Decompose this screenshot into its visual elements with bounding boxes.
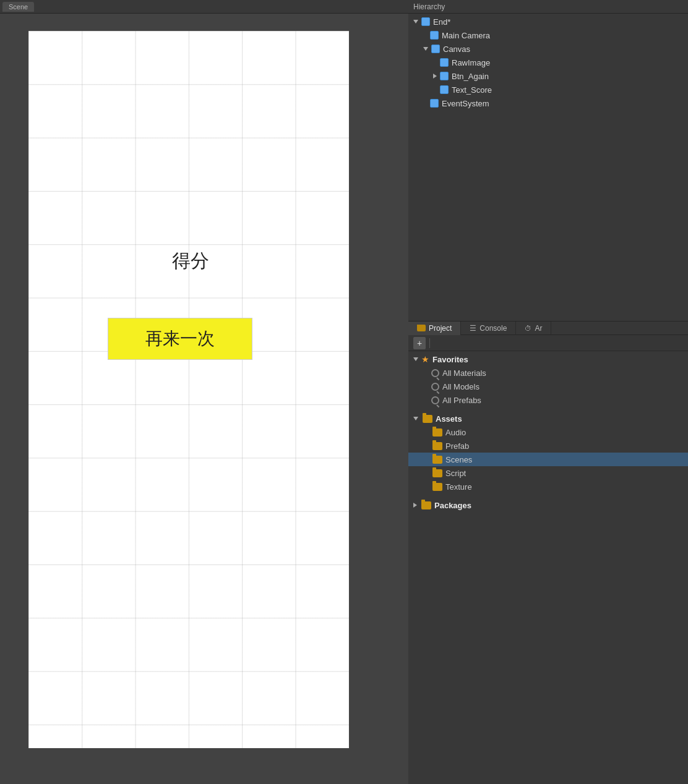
project-item-texture[interactable]: Texture xyxy=(408,480,688,493)
hierarchy-item-label: RawImage xyxy=(452,58,490,67)
hierarchy-item-end-scene[interactable]: End* xyxy=(408,15,688,28)
project-item-assets[interactable]: Assets xyxy=(408,412,688,425)
tree-item-label: Prefab xyxy=(445,441,469,451)
hierarchy-item-label: Canvas xyxy=(443,45,470,54)
tree-item-label: Favorites xyxy=(432,355,468,364)
hierarchy-item-text-score[interactable]: Text_Score xyxy=(408,83,688,96)
project-item-all-prefabs[interactable]: All Prefabs xyxy=(408,393,688,407)
folder-icon xyxy=(432,456,442,464)
game-canvas: 得分 再来一次 xyxy=(28,31,349,748)
project-item-favorites[interactable]: ★Favorites xyxy=(408,352,688,366)
expand-arrow[interactable] xyxy=(413,20,418,23)
folder-icon xyxy=(421,501,431,509)
scene-tab[interactable]: Scene xyxy=(2,2,34,12)
project-item-scenes[interactable]: Scenes xyxy=(408,453,688,466)
tree-arrow[interactable] xyxy=(413,357,418,361)
star-icon: ★ xyxy=(421,354,429,364)
project-item-prefab[interactable]: Prefab xyxy=(408,439,688,453)
search-icon xyxy=(431,369,439,377)
add-asset-button[interactable]: + xyxy=(413,337,426,349)
expand-arrow[interactable] xyxy=(423,47,428,51)
divider xyxy=(429,338,430,348)
folder-icon xyxy=(432,469,442,477)
play-again-button[interactable]: 再来一次 xyxy=(108,318,252,360)
tree-item-label: All Materials xyxy=(442,369,486,378)
tree-item-label: All Prefabs xyxy=(442,396,481,405)
hierarchy-item-canvas[interactable]: Canvas xyxy=(408,42,688,56)
hierarchy-item-btn-again[interactable]: Btn_Again xyxy=(408,69,688,83)
hierarchy-item-label: Text_Score xyxy=(452,85,492,95)
project-action-bar: + xyxy=(408,335,688,351)
tab-label: Console xyxy=(479,324,507,333)
project-tab-project[interactable]: Project xyxy=(408,322,461,335)
search-icon xyxy=(431,396,439,404)
tree-item-label: Packages xyxy=(434,501,471,510)
tree-item-label: Script xyxy=(445,469,466,478)
hierarchy-content: End*Main CameraCanvasRawImageBtn_AgainTe… xyxy=(408,14,688,110)
hierarchy-tab-bar: Hierarchy xyxy=(408,0,688,14)
project-item-all-materials[interactable]: All Materials xyxy=(408,366,688,380)
tree-arrow[interactable] xyxy=(413,417,418,420)
project-tab-console[interactable]: ☰Console xyxy=(461,322,516,335)
tab-label: Project xyxy=(429,324,452,333)
hierarchy-item-rawimage[interactable]: RawImage xyxy=(408,56,688,69)
hierarchy-item-label: EventSystem xyxy=(442,99,489,108)
hierarchy-item-label: Btn_Again xyxy=(452,72,489,81)
tree-item-label: Assets xyxy=(436,414,462,424)
hierarchy-item-label: Main Camera xyxy=(442,31,490,40)
tree-spacer xyxy=(408,407,688,412)
project-item-all-models[interactable]: All Models xyxy=(408,380,688,393)
search-icon xyxy=(431,383,439,391)
hierarchy-tab-label: Hierarchy xyxy=(413,2,445,11)
scene-tab-bar: Scene xyxy=(0,0,408,14)
cube-icon xyxy=(440,72,449,80)
folder-tab-icon xyxy=(417,325,426,331)
scene-area: Scene 得分 再来一次 xyxy=(0,0,408,784)
tree-arrow[interactable] xyxy=(413,503,417,508)
project-body: ★FavoritesAll MaterialsAll ModelsAll Pre… xyxy=(408,351,688,784)
tree-item-label: Texture xyxy=(445,482,472,492)
folder-icon xyxy=(432,442,442,450)
expand-arrow[interactable] xyxy=(433,74,437,79)
project-tab-animator[interactable]: ⏱Ar xyxy=(516,322,551,335)
tree-item-label: All Models xyxy=(442,382,479,391)
scene-inner: 得分 再来一次 xyxy=(0,14,408,784)
hierarchy-item-eventsystem[interactable]: EventSystem xyxy=(408,96,688,110)
project-tab-bar: Project☰Console⏱Ar xyxy=(408,322,688,335)
hierarchy-item-label: End* xyxy=(433,17,450,27)
cube-icon xyxy=(440,85,449,94)
cube-icon xyxy=(421,17,430,26)
folder-icon xyxy=(432,428,442,437)
cube-icon xyxy=(430,99,439,108)
project-item-audio[interactable]: Audio xyxy=(408,425,688,439)
tree-spacer xyxy=(408,493,688,498)
project-item-packages[interactable]: Packages xyxy=(408,498,688,512)
cube-icon xyxy=(440,58,449,67)
tree-item-label: Audio xyxy=(445,428,466,437)
tree-item-label: Scenes xyxy=(445,455,472,464)
cube-icon xyxy=(430,31,439,40)
clock-icon: ⏱ xyxy=(525,325,531,332)
cube-icon xyxy=(431,45,440,53)
tab-label: Ar xyxy=(535,324,542,333)
project-area: Project☰Console⏱Ar + ★FavoritesAll Mater… xyxy=(408,322,688,784)
score-label: 得分 xyxy=(172,249,209,274)
hierarchy-item-main-camera[interactable]: Main Camera xyxy=(408,28,688,42)
project-item-script[interactable]: Script xyxy=(408,466,688,480)
hierarchy-area: Hierarchy End*Main CameraCanvasRawImageB… xyxy=(408,0,688,322)
console-icon: ☰ xyxy=(470,324,476,333)
folder-icon xyxy=(432,483,442,491)
folder-icon xyxy=(423,415,432,423)
